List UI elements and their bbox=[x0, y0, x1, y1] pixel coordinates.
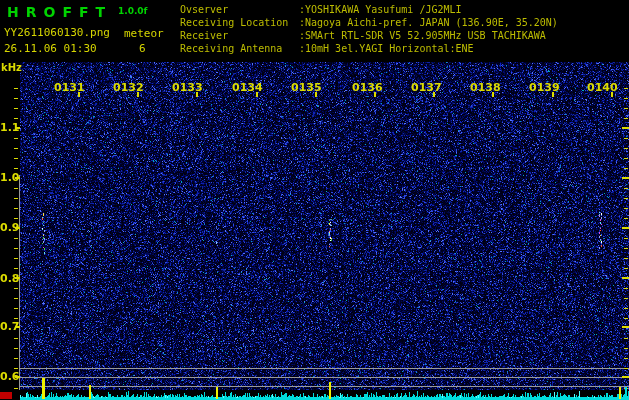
info-value: :SMArt RTL-SDR V5 52.905MHz USB TACHIKAW… bbox=[299, 30, 546, 41]
freq-label: 0.6 bbox=[0, 370, 15, 383]
time-label: 0131 bbox=[54, 81, 85, 94]
hrofft-window: { "header": { "app_title": "HROFFT", "ve… bbox=[0, 0, 629, 400]
spectrogram-canvas bbox=[0, 0, 629, 400]
time-label: 0138 bbox=[470, 81, 501, 94]
info-label: Ovserver bbox=[180, 3, 299, 16]
time-label: 0132 bbox=[113, 81, 144, 94]
freq-label: 0.7 bbox=[0, 320, 15, 333]
info-value: :Nagoya Aichi-pref. JAPAN (136.90E, 35.2… bbox=[299, 17, 558, 28]
freq-label: 1.0 bbox=[0, 171, 15, 184]
info-label: Receiving Location bbox=[180, 16, 299, 29]
freq-axis-unit: kHz bbox=[1, 62, 22, 73]
info-value: :YOSHIKAWA Yasufumi /JG2MLI bbox=[299, 4, 462, 15]
time-label: 0133 bbox=[172, 81, 203, 94]
info-label: Receiver bbox=[180, 29, 299, 42]
time-label: 0135 bbox=[291, 81, 322, 94]
app-title: HROFFT bbox=[7, 4, 112, 20]
datetime-label: 26.11.06 01:30 bbox=[4, 42, 97, 55]
time-label: 0139 bbox=[529, 81, 560, 94]
info-label: Receiving Antenna bbox=[180, 42, 299, 55]
time-label: 0136 bbox=[352, 81, 383, 94]
time-label: 0137 bbox=[411, 81, 442, 94]
info-row-antenna: Receiving Antenna:10mH 3el.YAGI Horizont… bbox=[180, 42, 558, 55]
app-version: 1.0.0f bbox=[118, 6, 148, 16]
output-filename: YY2611060130.png bbox=[4, 26, 110, 39]
info-value: :10mH 3el.YAGI Horizontal:ENE bbox=[299, 43, 474, 54]
time-label: 0134 bbox=[232, 81, 263, 94]
info-row-location: Receiving Location:Nagoya Aichi-pref. JA… bbox=[180, 16, 558, 29]
station-info: Ovserver:YOSHIKAWA Yasufumi /JG2MLI Rece… bbox=[180, 3, 558, 55]
mode-label: meteor bbox=[124, 27, 164, 40]
info-row-observer: Ovserver:YOSHIKAWA Yasufumi /JG2MLI bbox=[180, 3, 558, 16]
time-label: 0140 bbox=[587, 81, 618, 94]
freq-label: 0.9 bbox=[0, 221, 15, 234]
freq-label: 0.8 bbox=[0, 272, 15, 285]
freq-label: 1.1 bbox=[0, 121, 15, 134]
info-row-receiver: Receiver:SMArt RTL-SDR V5 52.905MHz USB … bbox=[180, 29, 558, 42]
meteor-count: 6 bbox=[139, 42, 146, 55]
